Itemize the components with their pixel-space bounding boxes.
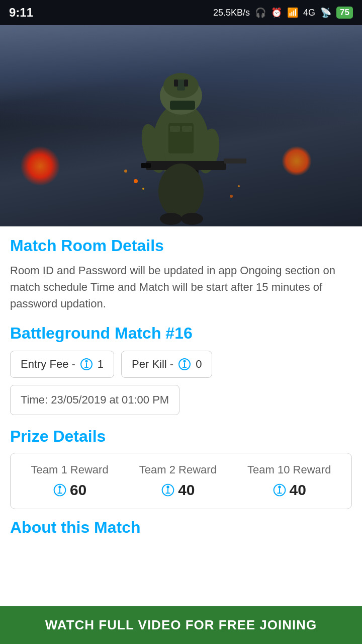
- svg-rect-11: [224, 158, 246, 164]
- status-bar: 9:11 25.5KB/s 🎧 ⏰ 📶 4G 📡 75: [0, 0, 362, 25]
- svg-rect-10: [141, 163, 151, 168]
- battery-indicator: 75: [336, 7, 353, 19]
- time-label: Time:: [21, 393, 48, 406]
- room-info-description: Room ID and Password will be updated in …: [10, 262, 352, 312]
- team10-reward-amount: 40: [273, 481, 306, 499]
- fire-effect-left: [20, 146, 60, 186]
- status-right: 25.5KB/s 🎧 ⏰ 📶 4G 📡 75: [213, 7, 353, 19]
- svg-rect-5: [174, 79, 178, 87]
- svg-point-30: [184, 360, 186, 363]
- wifi-icon: 📡: [320, 7, 331, 18]
- svg-point-20: [134, 179, 138, 183]
- prize-details-section: Prize Details Team 1 Reward 60: [10, 427, 352, 509]
- svg-point-38: [167, 486, 169, 488]
- headphone-icon: 🎧: [255, 7, 266, 18]
- battleground-match-section: Battleground Match #16 Entry Fee - 1 Per…: [10, 324, 352, 427]
- watch-video-cta[interactable]: WATCH FULL VIDEO FOR FREE JOINING: [0, 606, 362, 644]
- team1-coin-icon: [53, 483, 67, 497]
- soldier-figure: [96, 40, 266, 226]
- entry-fee-box: Entry Fee - 1: [10, 351, 114, 378]
- signal-icon: 📶: [287, 7, 298, 18]
- svg-point-34: [58, 486, 61, 488]
- svg-point-19: [181, 213, 203, 225]
- svg-rect-6: [184, 79, 188, 87]
- svg-rect-16: [182, 126, 192, 132]
- fire-effect-right: [282, 146, 312, 176]
- network-type: 4G: [303, 8, 315, 18]
- per-kill-value: 0: [196, 358, 202, 371]
- entry-fee-value: 1: [98, 358, 104, 371]
- main-content: Match Room Details Room ID and Password …: [0, 226, 362, 537]
- prize-table: Team 1 Reward 60 Team 2 Reward: [10, 453, 352, 509]
- svg-point-21: [124, 170, 127, 173]
- team10-coin-icon: [273, 483, 287, 497]
- svg-point-17: [158, 164, 204, 219]
- per-kill-label: Per Kill -: [132, 358, 173, 371]
- team2-reward-label: Team 2 Reward: [139, 463, 217, 476]
- per-kill-box: Per Kill - 0: [121, 351, 212, 378]
- svg-point-18: [160, 213, 182, 225]
- svg-point-26: [85, 360, 87, 363]
- svg-point-23: [230, 195, 233, 198]
- prize-details-title: Prize Details: [10, 427, 352, 446]
- prize-col-team10: Team 10 Reward 40: [247, 463, 331, 499]
- team2-reward-amount: 40: [161, 481, 195, 499]
- team1-reward-amount: 60: [53, 481, 86, 499]
- alarm-icon: ⏰: [271, 7, 282, 18]
- time-value: 23/05/2019 at 01:00 PM: [51, 393, 169, 406]
- svg-point-24: [238, 185, 240, 187]
- team2-amount-value: 40: [178, 481, 195, 499]
- entry-fee-label: Entry Fee -: [21, 358, 75, 371]
- team1-reward-label: Team 1 Reward: [31, 463, 109, 476]
- status-time: 9:11: [9, 6, 33, 20]
- about-match-section: About this Match: [10, 518, 352, 537]
- prize-col-team2: Team 2 Reward 40: [139, 463, 217, 499]
- per-kill-coin-icon: [177, 357, 192, 371]
- team2-coin-icon: [161, 483, 175, 497]
- match-title: Battleground Match #16: [10, 324, 352, 343]
- match-room-section: Match Room Details Room ID and Password …: [10, 236, 352, 312]
- team10-reward-label: Team 10 Reward: [247, 463, 331, 476]
- cta-label: WATCH FULL VIDEO FOR FREE JOINING: [45, 617, 317, 632]
- team10-amount-value: 40: [290, 481, 306, 499]
- svg-rect-15: [170, 126, 180, 132]
- svg-point-22: [142, 188, 144, 190]
- entry-fee-coin-icon: [79, 357, 94, 371]
- hero-banner: [0, 25, 362, 226]
- svg-rect-2: [170, 101, 195, 110]
- svg-point-42: [278, 486, 281, 488]
- match-room-title: Match Room Details: [10, 236, 352, 255]
- about-match-title: About this Match: [10, 518, 352, 537]
- svg-rect-4: [177, 79, 185, 91]
- team1-amount-value: 60: [70, 481, 86, 499]
- network-speed: 25.5KB/s: [213, 8, 250, 18]
- match-meta-row: Entry Fee - 1 Per Kill -: [10, 351, 352, 378]
- match-time-box: Time: 23/05/2019 at 01:00 PM: [10, 385, 179, 415]
- prize-col-team1: Team 1 Reward 60: [31, 463, 109, 499]
